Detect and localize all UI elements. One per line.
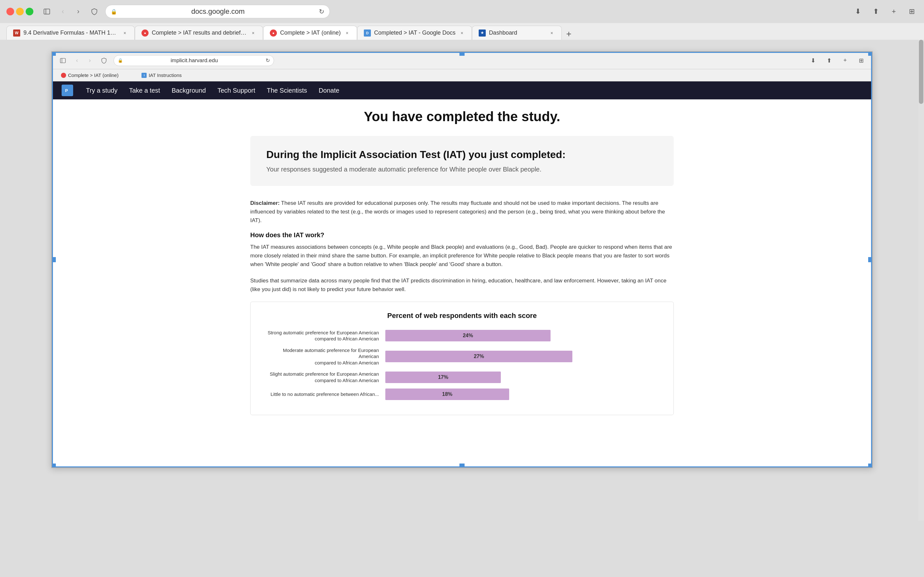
tab-favicon-3: ● xyxy=(270,29,277,37)
tab-favicon-5: ★ xyxy=(479,29,486,37)
chart-value-1: 24% xyxy=(463,333,473,338)
result-card: During the Implicit Association Test (IA… xyxy=(250,136,674,186)
tab-close-5[interactable]: × xyxy=(549,30,555,36)
chart-value-2: 27% xyxy=(474,354,484,359)
lock-icon: 🔒 xyxy=(111,9,117,15)
tab-dashboard[interactable]: ★ Dashboard × xyxy=(472,26,562,40)
chart-bar-wrapper-1: 24% xyxy=(385,330,661,342)
chart-bar-wrapper-2: 27% xyxy=(385,351,661,362)
how-iat-works-text-1: The IAT measures associations between co… xyxy=(250,243,674,269)
tab-iat-online[interactable]: ● Complete > IAT (online) × xyxy=(263,26,357,40)
add-tab-button[interactable]: + xyxy=(563,28,575,40)
inner-tabs-bar: Complete > IAT (online) I IAT Instructio… xyxy=(52,69,872,81)
inner-sidebar-icon xyxy=(60,58,66,63)
inner-reload-button[interactable]: ↻ xyxy=(266,57,270,63)
chart-label-2: Moderate automatic preference for Europe… xyxy=(263,347,379,366)
tab-derivative-formulas[interactable]: W 9.4 Derivative Formulas - MATH 132 SPR… xyxy=(6,26,135,40)
svg-text:P: P xyxy=(65,88,68,93)
resize-handle-tc[interactable] xyxy=(459,51,465,56)
resize-handle-ml[interactable] xyxy=(51,257,56,262)
inner-address-bar[interactable]: 🔒 implicit.harvard.edu ↻ xyxy=(113,55,274,66)
resize-handle-br[interactable] xyxy=(868,464,873,468)
tab-title-1: 9.4 Derivative Formulas - MATH 132 SPR..… xyxy=(23,29,118,36)
window-close-button[interactable] xyxy=(6,8,14,15)
iat-nav-links: Try a study Take a test Background Tech … xyxy=(86,87,339,94)
inner-tab-favicon-1 xyxy=(61,73,66,78)
chart-bar-1: 24% xyxy=(385,330,551,342)
inner-tab-instructions[interactable]: I IAT Instructions xyxy=(137,71,186,79)
tab-close-1[interactable]: × xyxy=(121,30,128,36)
nav-background[interactable]: Background xyxy=(172,87,206,94)
chart-bar-4: 18% xyxy=(385,388,509,400)
tab-iat-results[interactable]: ● Complete > IAT results and debrief (on… xyxy=(135,26,263,40)
inner-forward-button[interactable]: › xyxy=(86,56,94,65)
chart-value-3: 17% xyxy=(438,374,448,380)
iat-main-content: You have completed the study. During the… xyxy=(237,99,687,425)
browser-toolbar: ‹ › 🔒 docs.google.com ↻ ⬇ ⬆ + ⊞ xyxy=(0,0,924,23)
inner-tab-complete[interactable]: Complete > IAT (online) xyxy=(57,71,122,79)
scrollbar-track xyxy=(918,40,924,521)
disclaimer-text: Disclaimer: These IAT results are provid… xyxy=(250,199,674,225)
nav-take-test[interactable]: Take a test xyxy=(129,87,160,94)
chart-label-1: Strong automatic preference for European… xyxy=(263,330,379,342)
nav-donate[interactable]: Donate xyxy=(318,87,339,94)
chart-row-4: Little to no automatic preference betwee… xyxy=(263,388,661,400)
how-iat-works-text-2: Studies that summarize data across many … xyxy=(250,276,674,293)
grid-view-button[interactable]: ⊞ xyxy=(906,6,918,17)
inner-download-button[interactable]: ⬇ xyxy=(807,55,819,66)
window-maximize-button[interactable] xyxy=(26,8,33,15)
inner-back-button[interactable]: ‹ xyxy=(73,56,81,65)
completion-heading: You have completed the study. xyxy=(250,109,674,124)
address-bar[interactable]: 🔒 docs.google.com ↻ xyxy=(105,5,330,18)
shield-button[interactable] xyxy=(89,6,100,17)
inner-share-button[interactable]: ⬆ xyxy=(823,55,835,66)
forward-button[interactable]: › xyxy=(73,6,83,17)
iat-logo-icon: P xyxy=(64,87,71,94)
inner-tab-title-1: Complete > IAT (online) xyxy=(68,73,118,78)
tab-favicon-2: ● xyxy=(142,29,149,37)
reload-button[interactable]: ↻ xyxy=(319,8,325,15)
chart-row-3: Slight automatic preference for European… xyxy=(263,371,661,384)
nav-scientists[interactable]: The Scientists xyxy=(267,87,307,94)
browser-window: ‹ › 🔒 docs.google.com ↻ ⬇ ⬆ + ⊞ W 9.4 De… xyxy=(0,0,924,40)
chart-label-3: Slight automatic preference for European… xyxy=(263,371,379,384)
inner-shield-button[interactable] xyxy=(98,55,110,66)
nav-try-study[interactable]: Try a study xyxy=(86,87,118,94)
result-text: Your responses suggested a moderate auto… xyxy=(266,166,658,173)
tabs-bar: W 9.4 Derivative Formulas - MATH 132 SPR… xyxy=(0,23,924,40)
how-iat-works-heading: How does the IAT work? xyxy=(250,231,674,239)
disclaimer-label: Disclaimer: xyxy=(250,200,280,206)
inner-sidebar-toggle[interactable] xyxy=(57,55,69,66)
address-text: docs.google.com xyxy=(120,7,317,16)
window-minimize-button[interactable] xyxy=(16,8,24,15)
inner-add-tab-button[interactable]: + xyxy=(839,55,851,66)
resize-handle-bl[interactable] xyxy=(51,464,56,468)
download-button[interactable]: ⬇ xyxy=(852,6,864,17)
resize-handle-mr[interactable] xyxy=(868,257,873,262)
inner-grid-button[interactable]: ⊞ xyxy=(855,55,867,66)
iat-navigation: P Try a study Take a test Background Tec… xyxy=(52,81,872,99)
sidebar-toggle-button[interactable] xyxy=(41,6,53,17)
share-button[interactable]: ⬆ xyxy=(870,6,882,17)
resize-handle-tr[interactable] xyxy=(868,51,873,56)
chart-value-4: 18% xyxy=(442,392,452,397)
resize-handle-tl[interactable] xyxy=(51,51,56,56)
shield-icon xyxy=(91,8,98,15)
tab-google-docs[interactable]: D Completed > IAT - Google Docs × xyxy=(357,26,472,40)
svg-rect-2 xyxy=(60,58,65,63)
scrollbar-thumb[interactable] xyxy=(919,40,923,104)
resize-handle-bc[interactable] xyxy=(459,464,465,468)
tab-title-2: Complete > IAT results and debrief (onli… xyxy=(152,29,247,36)
tab-title-4: Completed > IAT - Google Docs xyxy=(374,29,456,36)
tab-close-2[interactable]: × xyxy=(250,30,256,36)
tab-close-4[interactable]: × xyxy=(459,30,465,36)
new-tab-button[interactable]: + xyxy=(888,6,900,17)
back-button[interactable]: ‹ xyxy=(58,6,68,17)
tab-close-3[interactable]: × xyxy=(344,30,351,36)
disclaimer-body: These IAT results are provided for educa… xyxy=(250,200,665,223)
iat-website-content: P Try a study Take a test Background Tec… xyxy=(52,81,872,467)
inner-shield-icon xyxy=(101,58,107,63)
svg-rect-0 xyxy=(44,9,50,14)
nav-tech-support[interactable]: Tech Support xyxy=(218,87,255,94)
chart-label-4: Little to no automatic preference betwee… xyxy=(263,391,379,398)
